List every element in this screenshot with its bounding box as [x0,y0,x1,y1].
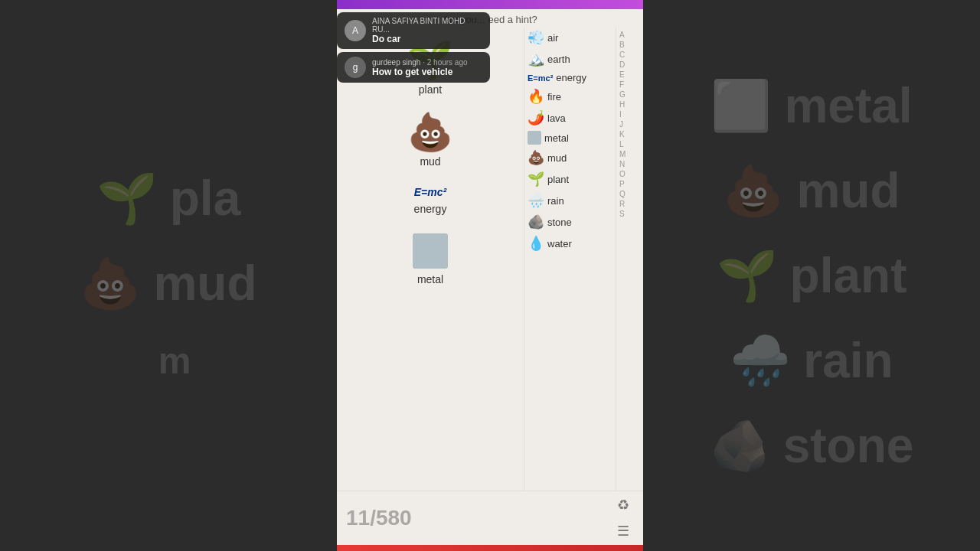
notif-name: AINA SAFIYA BINTI MOHD RU... [372,17,482,34]
progress-display: 11/580 [346,506,412,530]
named-row-plant[interactable]: 🌱 plant [524,168,616,190]
bottom-icons: ♻ ☰ [612,494,634,542]
earth-label: earth [547,54,570,65]
energy-icon: E=mc² [414,186,446,198]
energy-formula-icon: E=mc² [528,73,553,83]
content-area: 🌱 plant 💩 mud E=mc² energy metal [337,27,643,491]
mud-emoji: 💩 [528,149,544,166]
right-section: 💨 air 🏔️ earth E=mc² energy 🔥 fire [524,27,643,491]
alpha-e[interactable]: E [616,70,643,80]
named-row-air[interactable]: 💨 air [524,27,616,48]
alpha-s[interactable]: S [616,209,643,219]
water-label: water [547,238,572,249]
bg-item: ⬜ metal [710,77,912,135]
fire-emoji: 🔥 [528,88,544,105]
energy-label2: energy [556,72,586,83]
notif-content: gurdeep singh · 2 hours ago How to get v… [372,58,482,77]
earth-emoji: 🏔️ [528,51,544,67]
bg-item: 💩 mud [80,255,256,312]
air-emoji: 💨 [528,29,544,46]
plant-emoji2: 🌱 [528,171,544,187]
element-energy[interactable]: E=mc² energy [414,186,447,215]
alpha-k[interactable]: K [616,129,643,139]
top-bar [337,0,643,9]
named-row-stone[interactable]: 🪨 stone [524,211,616,233]
named-row-rain[interactable]: 🌧️ rain [524,190,616,211]
notif-message: How to get vehicle [372,67,482,77]
metal-label: metal [417,273,443,285]
main-panel: Are you... eed a hint? A AINA SAFIYA BIN… [337,0,643,551]
mud-icon: 💩 [407,114,453,151]
metal-label2: metal [544,132,569,144]
alpha-h[interactable]: H [616,99,643,109]
avatar: g [345,57,366,78]
bg-item: 🪨 stone [710,417,914,474]
metal-square-icon [528,131,541,145]
alpha-o[interactable]: O [616,169,643,179]
named-row-water[interactable]: 💧 water [524,233,616,254]
background-right: ⬜ metal 💩 mud 🌱 plant 🌧️ rain 🪨 stone [643,0,980,551]
menu-icon: ☰ [617,523,629,540]
notif-content: AINA SAFIYA BINTI MOHD RU... Do car [372,17,482,44]
named-row-metal[interactable]: metal [524,129,616,147]
bottom-red-bar [337,545,643,551]
bg-item: 💩 mud [723,162,900,220]
air-label: air [547,32,558,44]
rain-emoji: 🌧️ [528,192,544,209]
alpha-j[interactable]: J [616,119,643,129]
elements-list[interactable]: 🌱 plant 💩 mud E=mc² energy metal [337,27,524,491]
alpha-b[interactable]: B [616,40,643,50]
notifications-panel: A AINA SAFIYA BINTI MOHD RU... Do car g … [337,12,490,86]
background-left: 🌱 pla 💩 mud m [0,0,337,551]
bg-item: m [146,340,191,382]
metal-icon [413,233,448,269]
alpha-l[interactable]: L [616,139,643,149]
named-row-energy[interactable]: E=mc² energy [524,70,616,86]
plant-label2: plant [547,174,569,185]
alpha-p[interactable]: P [616,179,643,189]
alpha-n[interactable]: N [616,159,643,169]
bottom-bar: 11/580 ♻ ☰ [337,491,643,545]
named-row-mud[interactable]: 💩 mud [524,147,616,168]
named-elements-list: 💨 air 🏔️ earth E=mc² energy 🔥 fire [524,27,616,491]
notif-name: gurdeep singh · 2 hours ago [372,58,482,67]
named-row-earth[interactable]: 🏔️ earth [524,48,616,70]
element-mud[interactable]: 💩 mud [407,114,453,168]
stone-emoji: 🪨 [528,214,544,230]
water-emoji: 💧 [528,235,544,252]
alpha-m[interactable]: M [616,149,643,159]
bg-item: 🌱 pla [96,170,240,227]
energy-label: energy [414,203,447,215]
alpha-q[interactable]: Q [616,189,643,199]
alpha-r[interactable]: R [616,199,643,209]
notif-message: Do car [372,34,482,44]
bg-item: 🌧️ rain [730,332,893,390]
alpha-g[interactable]: G [616,90,643,99]
menu-button[interactable]: ☰ [612,520,634,542]
lava-label: lava [547,112,566,124]
avatar: A [345,20,366,41]
lava-emoji: 🌶️ [528,109,544,126]
mud-label: mud [420,155,440,168]
recycle-icon: ♻ [617,497,629,514]
named-row-lava[interactable]: 🌶️ lava [524,107,616,129]
mud-label2: mud [547,152,567,164]
alpha-c[interactable]: C [616,50,643,60]
alpha-d[interactable]: D [616,60,643,70]
alpha-i[interactable]: I [616,109,643,119]
notification-item: A AINA SAFIYA BINTI MOHD RU... Do car [337,12,490,49]
alphabet-sidebar: A B C D E F G H I J K L M N O P Q R S [616,27,643,491]
alpha-f[interactable]: F [616,80,643,90]
bg-item: 🌱 plant [717,247,907,305]
rain-label: rain [547,195,564,207]
named-row-fire[interactable]: 🔥 fire [524,86,616,107]
stone-label: stone [547,217,572,228]
notification-item: g gurdeep singh · 2 hours ago How to get… [337,52,490,83]
fire-label: fire [547,91,561,103]
alpha-a[interactable]: A [616,30,643,40]
recycle-button[interactable]: ♻ [612,494,634,516]
element-metal[interactable]: metal [413,233,448,285]
